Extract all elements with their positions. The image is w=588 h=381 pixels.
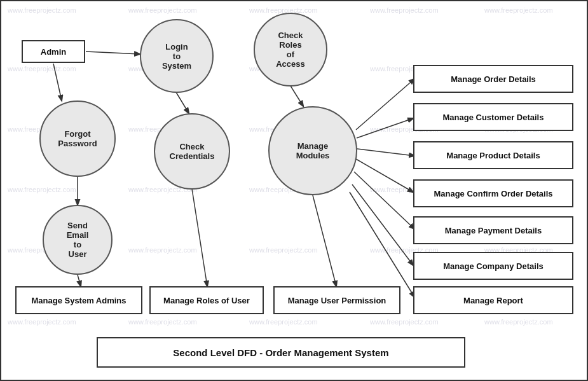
manage-customer-label: Manage Customer Details — [443, 113, 544, 122]
check-roles-label: CheckRolesofAccess — [276, 31, 305, 69]
svg-line-2 — [291, 86, 303, 106]
login-label: LogintoSystem — [162, 42, 191, 71]
check-credentials-node: CheckCredentials — [154, 113, 230, 190]
svg-line-10 — [357, 149, 414, 156]
manage-modules-label: ManageModules — [296, 141, 330, 160]
svg-line-5 — [78, 275, 81, 286]
manage-user-permission-label: Manage User Permission — [288, 296, 386, 305]
admin-node: Admin — [22, 40, 85, 63]
manage-system-admins-node: Manage System Admins — [15, 286, 142, 314]
manage-company-node: Manage Company Details — [413, 252, 573, 280]
manage-order-node: Manage Order Details — [413, 65, 573, 93]
send-email-node: SendEmailtoUser — [43, 205, 113, 275]
svg-line-1 — [176, 92, 189, 113]
check-credentials-label: CheckCredentials — [170, 142, 215, 161]
manage-order-label: Manage Order Details — [451, 74, 536, 84]
forgot-password-label: ForgotPassword — [58, 129, 97, 148]
svg-line-13 — [352, 184, 413, 265]
forgot-password-node: ForgotPassword — [39, 100, 116, 177]
manage-report-node: Manage Report — [413, 286, 573, 314]
manage-modules-node: ManageModules — [268, 106, 357, 195]
check-roles-node: CheckRolesofAccess — [254, 13, 327, 87]
manage-product-label: Manage Product Details — [446, 151, 540, 160]
manage-confirm-node: Manage Confirm Order Details — [413, 179, 573, 207]
manage-system-admins-label: Manage System Admins — [31, 296, 126, 305]
diagram-title: Second Level DFD - Order Management Syst… — [173, 347, 388, 358]
manage-roles-label: Manage Roles of User — [163, 296, 250, 305]
svg-line-3 — [53, 64, 62, 100]
send-email-label: SendEmailtoUser — [67, 221, 89, 259]
svg-line-8 — [356, 79, 414, 130]
manage-payment-label: Manage Payment Details — [445, 226, 542, 235]
login-node: LogintoSystem — [140, 19, 214, 93]
svg-line-6 — [192, 189, 207, 286]
svg-line-0 — [86, 52, 140, 54]
manage-customer-node: Manage Customer Details — [413, 103, 573, 131]
svg-line-12 — [354, 172, 414, 229]
manage-report-label: Manage Report — [463, 296, 523, 305]
diagram-container: www.freeprojectz.com www.freeprojectz.co… — [0, 0, 588, 381]
manage-product-node: Manage Product Details — [413, 141, 573, 169]
manage-confirm-label: Manage Confirm Order Details — [434, 189, 552, 198]
manage-company-label: Manage Company Details — [443, 261, 544, 271]
admin-label: Admin — [41, 47, 66, 57]
svg-line-14 — [350, 192, 414, 297]
svg-line-11 — [356, 159, 413, 192]
diagram-title-box: Second Level DFD - Order Management Syst… — [97, 337, 465, 368]
svg-line-7 — [313, 195, 336, 286]
manage-payment-node: Manage Payment Details — [413, 216, 573, 244]
manage-user-permission-node: Manage User Permission — [273, 286, 400, 314]
manage-roles-node: Manage Roles of User — [149, 286, 264, 314]
